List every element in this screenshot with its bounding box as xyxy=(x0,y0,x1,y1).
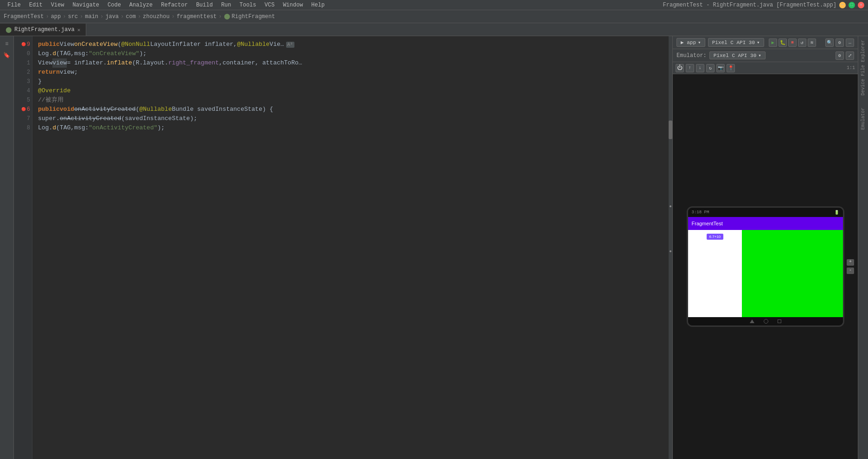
emulator-expand-button[interactable]: ⤢ xyxy=(846,51,854,60)
device-nav-bar xyxy=(688,317,843,325)
emulator-button-row: ⏻ ↑ ↓ ↻ 📷 📍 1:1 xyxy=(673,62,858,74)
tab-bar: ⬤ RightFragment.java ✕ xyxy=(0,23,868,36)
emulator-side-minus[interactable]: - xyxy=(847,268,854,274)
emulator-vol-down-button[interactable]: ↓ xyxy=(696,64,704,72)
breadcrumb-item-fragmenttest[interactable]: FragmentTest xyxy=(4,13,44,20)
run-button[interactable]: ▶ xyxy=(769,38,777,47)
search-button[interactable]: 🔍 xyxy=(825,38,834,47)
scroll-marker xyxy=(670,205,671,207)
window-maximize-button[interactable]: □ xyxy=(849,2,855,8)
device-label: Pixel C API 30 xyxy=(712,40,755,45)
device-dropdown-icon: ▾ xyxy=(757,39,760,45)
breadcrumb-sep: › xyxy=(172,13,175,20)
left-sidebar: ≡ 🔖 xyxy=(0,36,14,459)
device-selector[interactable]: Pixel C API 30 ▾ xyxy=(708,38,764,47)
debug-button[interactable]: 🐛 xyxy=(779,38,787,47)
code-line-2: return view; xyxy=(38,68,667,77)
breadcrumb-item-src[interactable]: src xyxy=(68,13,78,20)
window-title: FragmentTest - RightFragment.java [Fragm… xyxy=(663,2,836,8)
menu-window[interactable]: Window xyxy=(279,1,306,9)
breadcrumb-sep: › xyxy=(80,13,83,20)
code-line-8: Log. d (TAG, msg: "onActivityCreated" ); xyxy=(38,123,667,133)
emulator-side-plus[interactable]: + xyxy=(847,259,854,266)
build-toolbar: ▶ 🐛 ■ ↺ ≋ xyxy=(769,38,816,47)
emulator-ratio-label: 1:1 xyxy=(847,65,855,70)
menu-refactor[interactable]: Refactor xyxy=(157,1,191,9)
breadcrumb-item-main[interactable]: main xyxy=(85,13,98,20)
editor-tab-rightfragment[interactable]: ⬤ RightFragment.java ✕ xyxy=(0,24,86,36)
menu-code[interactable]: Code xyxy=(104,1,125,9)
stop-button[interactable]: ■ xyxy=(788,38,797,47)
sidebar-structure-icon[interactable]: ≡ xyxy=(3,40,11,48)
device-back-button[interactable] xyxy=(750,319,754,323)
device-content: 6.7+10 xyxy=(688,230,843,317)
breadcrumb: FragmentTest › app › src › main › java ›… xyxy=(0,10,868,23)
menu-tools[interactable]: Tools xyxy=(236,1,260,9)
more-button[interactable]: … xyxy=(846,38,854,47)
emulator-label: Emulator: xyxy=(677,52,707,59)
scrollbar-thumb[interactable] xyxy=(669,121,672,139)
device-recents-button[interactable] xyxy=(778,319,781,323)
breadcrumb-item-zhouzhou[interactable]: zhouzhou xyxy=(143,13,170,20)
device-left-button[interactable]: 6.7+10 xyxy=(707,234,724,240)
emulator-location-button[interactable]: 📍 xyxy=(727,64,735,72)
code-line-5: //被弃用 xyxy=(38,96,667,105)
code-text[interactable]: public View onCreateView ( @NonNull Layo… xyxy=(32,36,672,459)
editor-area: 🔴9 0 1 2 3 4 5 🔴6 7 8 public xyxy=(14,36,672,459)
code-line-6: public void onActivityCreated ( @Nullabl… xyxy=(38,105,667,114)
device-home-button[interactable] xyxy=(764,319,768,324)
device-screen-container: 3:18 PM 🔋 FragmentTest 6.7+10 xyxy=(673,74,858,459)
menu-run[interactable]: Run xyxy=(217,1,235,9)
run-config-selector[interactable]: ▶ app ▾ xyxy=(677,38,705,47)
menu-view[interactable]: View xyxy=(47,1,68,9)
emulator-power-button[interactable]: ⏻ xyxy=(676,64,684,72)
emulator-screenshot-button[interactable]: 📷 xyxy=(716,64,725,72)
line-numbers: 🔴9 0 1 2 3 4 5 🔴6 7 8 xyxy=(14,36,32,459)
emulator-side-buttons: + - xyxy=(847,259,854,274)
window-minimize-button[interactable]: ─ xyxy=(839,2,846,8)
menu-navigate[interactable]: Navigate xyxy=(69,1,103,9)
run-toolbar: ▶ app ▾ Pixel C API 30 ▾ ▶ 🐛 ■ ↺ ≋ 🔍 ⚙ … xyxy=(673,36,858,49)
emulator-sidebar-label[interactable]: Emulator xyxy=(861,108,866,130)
menu-file[interactable]: File xyxy=(4,1,25,9)
editor-scrollbar[interactable] xyxy=(669,36,672,459)
device-app-title: FragmentTest xyxy=(692,221,723,226)
device-left-fragment: 6.7+10 xyxy=(688,230,742,317)
emulator-device-selector[interactable]: Pixel C API 30 ▾ xyxy=(709,51,766,59)
sync-button[interactable]: ↺ xyxy=(798,38,806,47)
menu-analyze[interactable]: Analyze xyxy=(126,1,156,9)
menu-vcs[interactable]: VCS xyxy=(261,1,279,9)
breadcrumb-item-rightfragment-label[interactable]: RightFragment xyxy=(232,13,275,20)
code-line-1: View view = inflater. inflate (R.layout.… xyxy=(38,58,667,68)
breadcrumb-sep: › xyxy=(45,13,49,20)
breadcrumb-item-rightfragment[interactable]: ⬤ xyxy=(224,13,230,20)
emulator-toolbar: Emulator: Pixel C API 30 ▾ ⚙ ⤢ xyxy=(673,49,858,62)
sidebar-bookmark-icon[interactable]: 🔖 xyxy=(3,51,11,59)
emulator-rotate-button[interactable]: ↻ xyxy=(706,64,715,72)
tab-close-icon[interactable]: ✕ xyxy=(77,27,81,33)
menu-help[interactable]: Help xyxy=(307,1,328,9)
breadcrumb-sep: › xyxy=(138,13,141,20)
breadcrumb-item-java[interactable]: java xyxy=(105,13,119,20)
code-line-0: Log. d (TAG, msg: "onCreateView" ); xyxy=(38,49,667,58)
code-content: 🔴9 0 1 2 3 4 5 🔴6 7 8 public xyxy=(14,36,672,459)
profile-button[interactable]: ≋ xyxy=(808,38,816,47)
breadcrumb-sep: › xyxy=(63,13,66,20)
menu-build[interactable]: Build xyxy=(192,1,217,9)
breadcrumb-item-com[interactable]: com xyxy=(126,13,136,20)
emulator-settings-button[interactable]: ⚙ xyxy=(836,51,844,60)
run-config-dropdown-icon: ▾ xyxy=(698,39,701,45)
menu-edit[interactable]: Edit xyxy=(26,1,46,9)
window-close-button[interactable]: ✕ xyxy=(858,2,864,8)
emulator-vol-up-button[interactable]: ↑ xyxy=(686,64,694,72)
device-file-explorer-label[interactable]: Device File Explorer xyxy=(861,40,866,96)
main-area: ≡ 🔖 🔴9 0 1 2 3 4 5 🔴6 7 8 xyxy=(0,36,868,459)
breadcrumb-sep: › xyxy=(218,13,222,20)
settings-button[interactable]: ⚙ xyxy=(836,38,844,47)
emulator-device-label: Pixel C API 30 xyxy=(714,53,756,58)
breadcrumb-item-fragmenttest2[interactable]: fragmenttest xyxy=(177,13,217,20)
right-panel: ▶ app ▾ Pixel C API 30 ▾ ▶ 🐛 ■ ↺ ≋ 🔍 ⚙ … xyxy=(672,36,858,459)
device-battery-icon: 🔋 xyxy=(834,210,839,215)
run-config-label: ▶ app xyxy=(681,39,696,45)
breadcrumb-item-app[interactable]: app xyxy=(51,13,61,20)
